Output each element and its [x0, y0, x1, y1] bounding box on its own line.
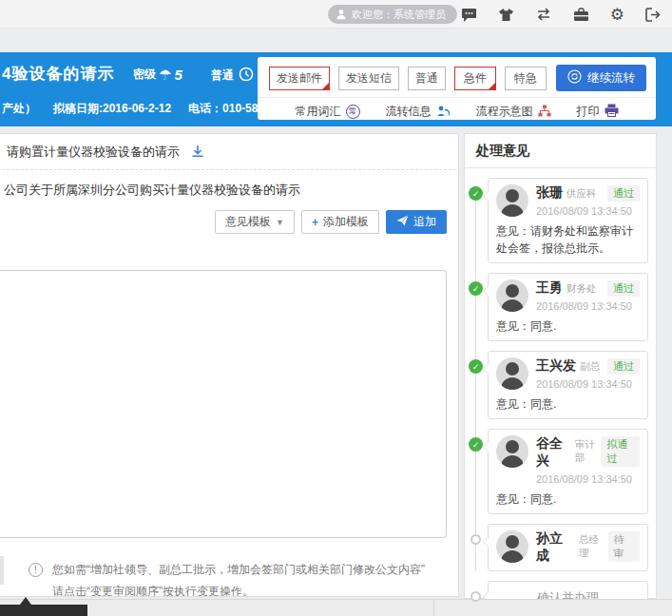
document-title-truncated: 4验设备的请示: [2, 63, 114, 85]
security-level-group: 密级 ☂ 5: [133, 67, 182, 83]
avatar: [496, 435, 528, 468]
status-badge: 通过: [607, 280, 640, 297]
approver-dept: 副总: [580, 360, 600, 374]
avatar: [496, 279, 528, 312]
flow-diagram-link[interactable]: 流程示意图: [476, 104, 551, 120]
status-badge: 通过: [607, 358, 640, 375]
user-welcome-pill[interactable]: 欢迎您：系统管理员: [328, 5, 457, 24]
welcome-text: 欢迎您：系统管理员: [352, 8, 446, 22]
approval-opinion: 意见：请财务处和监察审计处会签，报徐总批示。: [496, 222, 640, 257]
common-words-link[interactable]: 常用词汇 常: [296, 104, 360, 120]
page-footer: [0, 599, 672, 616]
processing-opinions-panel: 处理意见 ✓ 张珊 供应科 通过 2016/08/09 13:34:50: [464, 133, 657, 599]
approver-dept: 供应科: [566, 187, 597, 201]
append-button[interactable]: 追加: [386, 210, 447, 234]
umbrella-icon: ☂: [159, 67, 171, 82]
send-mail-button[interactable]: 发送邮件: [269, 67, 330, 90]
document-meta-row: 产处） 拟稿日期:2016-06-2-12 电话：010-581112568: [2, 101, 301, 117]
approver-dept: 审计部: [575, 438, 602, 465]
dept-fragment: 产处）: [2, 101, 36, 117]
approval-item: ✓ 谷全兴 审计部 拟通过 2016/08/09 13:34:50 意见：同意.: [488, 429, 648, 514]
draft-date: 拟稿日期:2016-06-2-12: [53, 101, 171, 117]
settings-gear-icon[interactable]: ⚙: [610, 7, 624, 23]
attachment-name[interactable]: 请购置计量仪器校验设备的请示: [7, 144, 180, 161]
approval-item: ✓ 王兴发 副总 通过 2016/08/09 13:34:50 意见：同意.: [488, 351, 648, 419]
approver-dept: 总经理: [579, 533, 608, 560]
help-note: ! 您如需“增加社领导、副总工批示，增加会签部门或相关部门修改公文内容” 请点击…: [29, 559, 437, 597]
print-link[interactable]: 打印: [577, 104, 619, 120]
flowchart-icon: [538, 105, 551, 120]
check-icon: ✓: [469, 437, 483, 452]
approver-name: 王勇: [536, 279, 563, 297]
opinion-textarea[interactable]: [0, 270, 447, 538]
timeline-line: [475, 191, 476, 571]
priority-extra-urgent-button[interactable]: 特急: [505, 67, 547, 90]
approval-card[interactable]: 王勇 财务处 通过 2016/08/09 13:34:50 意见：同意.: [488, 273, 648, 341]
download-icon[interactable]: [191, 144, 204, 161]
approver-name: 孙立成: [536, 530, 575, 565]
approver-dept: 财务处: [566, 282, 597, 296]
panel-title: 处理意见: [465, 134, 656, 168]
approval-opinion: 意见：同意.: [496, 318, 640, 335]
add-template-button[interactable]: + 添加模板: [301, 210, 379, 234]
chevron-down-icon: ▼: [276, 218, 284, 227]
info-icon: !: [29, 563, 43, 577]
status-badge: 待审: [608, 531, 640, 562]
opinion-template-dropdown[interactable]: 意见模板 ▼: [215, 210, 295, 234]
document-content-panel: 请购置计量仪器校验设备的请示 公司关于所属深圳分公司购买计量仪器校验设备的请示 …: [0, 133, 459, 597]
tooltip-arrow: [20, 597, 31, 605]
message-icon[interactable]: [461, 8, 477, 22]
approver-name: 谷全兴: [536, 435, 571, 470]
approval-date: 2016/08/09 13:34:50: [536, 378, 640, 390]
theme-shirt-icon[interactable]: [498, 8, 514, 22]
status-badge: 通过: [607, 185, 640, 202]
action-panel: 发送邮件 发送短信 普通 急件 特急 继续流转 常用词汇 常 流转信息 流程示意…: [258, 57, 656, 120]
approver-name: 张珊: [536, 184, 563, 202]
action-links-row: 常用词汇 常 流转信息 流程示意图 打印: [258, 97, 656, 125]
approval-item: ✓ 张珊 供应科 通过 2016/08/09 13:34:50 意见：请财务处和…: [488, 178, 648, 263]
approval-card[interactable]: 谷全兴 审计部 拟通过 2016/08/09 13:34:50 意见：同意.: [488, 429, 648, 514]
printer-icon: [605, 104, 619, 120]
flow-info-link[interactable]: 流转信息: [386, 104, 451, 120]
security-level-value: 5: [174, 67, 182, 83]
clock-icon: [239, 67, 254, 85]
plus-icon: +: [312, 216, 318, 229]
approval-card[interactable]: 王兴发 副总 通过 2016/08/09 13:34:50 意见：同意.: [488, 351, 648, 419]
approval-card[interactable]: 张珊 供应科 通过 2016/08/09 13:34:50 意见：请财务处和监察…: [488, 178, 648, 263]
urgency-label: 普通: [211, 67, 234, 84]
switch-icon[interactable]: [535, 8, 552, 21]
continue-flow-button[interactable]: 继续流转: [556, 65, 646, 91]
note-line-2: 请点击“变更审阅顺序”按执行变更操作。: [52, 581, 425, 597]
check-icon: ✓: [469, 281, 483, 296]
approval-card[interactable]: 孙立成 总经理 待审: [488, 524, 648, 571]
footer-divider: [433, 599, 434, 616]
urgency-group: 普通: [211, 67, 254, 85]
approval-date: 2016/08/09 13:34:50: [536, 473, 640, 485]
priority-urgent-button[interactable]: 急件: [454, 67, 496, 90]
refresh-circle-icon: [567, 69, 582, 87]
topbar-icons: ⚙: [461, 0, 661, 29]
approval-date: 2016/08/09 13:34:50: [536, 300, 640, 312]
briefcase-icon[interactable]: [573, 8, 589, 22]
attachment-row: 请购置计量仪器校验设备的请示: [0, 134, 458, 169]
check-icon: ✓: [469, 186, 483, 201]
paper-plane-icon: [396, 215, 409, 229]
send-sms-button[interactable]: 发送短信: [338, 67, 399, 90]
avatar: [496, 530, 528, 563]
approval-item: ✓ 王勇 财务处 通过 2016/08/09 13:34:50 意见：同意.: [488, 273, 648, 341]
cutoff-element: [0, 556, 4, 585]
action-buttons-row: 发送邮件 发送短信 普通 急件 特急 继续流转: [258, 57, 656, 97]
circled-char-icon: 常: [346, 105, 360, 119]
topbar: 欢迎您：系统管理员 ⚙: [0, 0, 672, 29]
logout-icon[interactable]: [645, 8, 661, 22]
priority-normal-button[interactable]: 普通: [408, 67, 446, 90]
check-icon: ✓: [469, 359, 483, 374]
approval-timeline: ✓ 张珊 供应科 通过 2016/08/09 13:34:50 意见：请财务处和…: [465, 168, 656, 616]
status-badge: 拟通过: [601, 436, 640, 467]
approval-opinion: 意见：同意.: [496, 491, 640, 508]
approval-date: 2016/08/09 13:34:50: [536, 205, 640, 217]
security-label: 密级: [133, 67, 156, 83]
document-full-title: 公司关于所属深圳分公司购买计量仪器校验设备的请示: [0, 170, 458, 208]
approval-item: 孙立成 总经理 待审: [488, 524, 648, 571]
approval-opinion: 意见：同意.: [496, 395, 640, 413]
